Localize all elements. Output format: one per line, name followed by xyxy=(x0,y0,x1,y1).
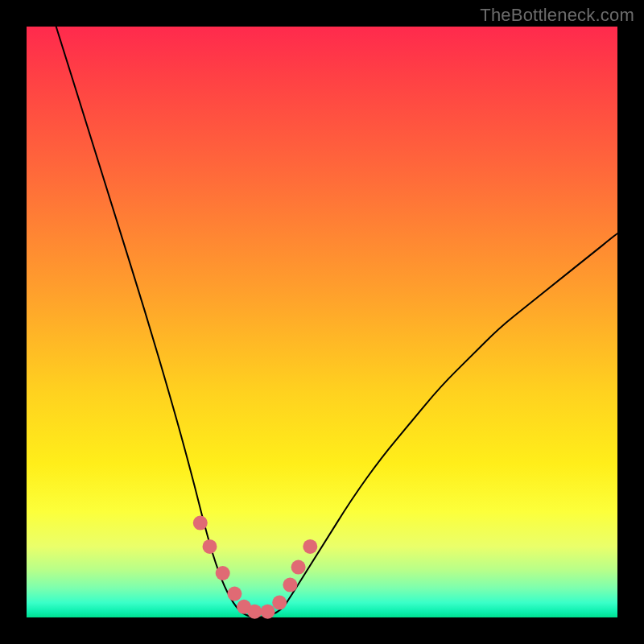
curve-marker xyxy=(193,516,208,530)
curve-marker xyxy=(261,605,275,619)
curve-marker xyxy=(216,566,230,580)
watermark-text: TheBottleneck.com xyxy=(480,5,634,26)
curve-marker xyxy=(283,578,297,592)
curve-marker xyxy=(291,560,306,575)
curve-marker xyxy=(203,539,217,554)
curve-marker xyxy=(272,596,287,610)
curve-marker xyxy=(227,587,242,601)
gradient-plot-area xyxy=(27,27,617,617)
bottleneck-curve-path xyxy=(56,27,617,617)
bottleneck-curve-svg xyxy=(27,27,617,617)
curve-marker xyxy=(303,539,317,554)
curve-marker xyxy=(247,605,262,619)
marker-group xyxy=(193,516,317,619)
frame: TheBottleneck.com xyxy=(0,0,644,644)
